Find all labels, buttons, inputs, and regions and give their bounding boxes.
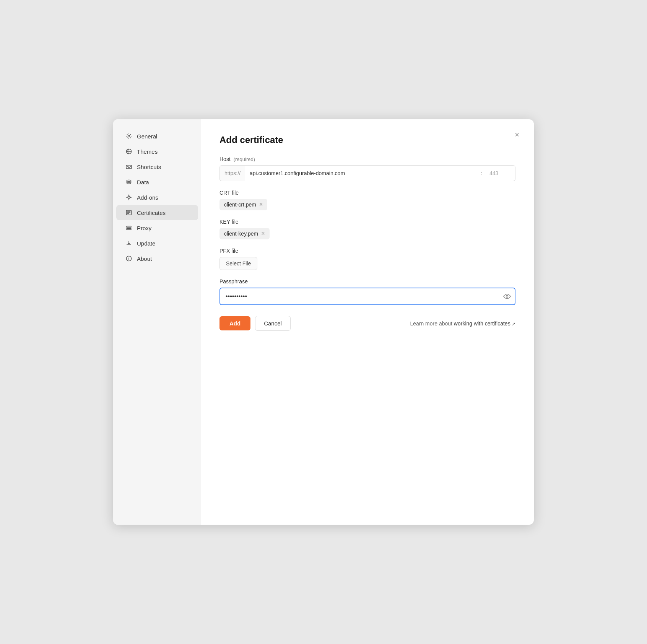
- svg-point-17: [506, 296, 508, 298]
- layers-icon: [125, 224, 132, 231]
- sidebar: General Themes: [113, 119, 201, 525]
- info-circle-icon: [125, 255, 132, 262]
- key-file-tag: client-key.pem ×: [219, 228, 270, 239]
- sidebar-item-update[interactable]: Update: [116, 236, 198, 251]
- sidebar-item-label: Data: [137, 179, 149, 185]
- sidebar-item-general[interactable]: General: [116, 128, 198, 144]
- sidebar-item-label: General: [137, 133, 157, 140]
- crt-filename: client-crt.pem: [224, 202, 256, 208]
- svg-rect-2: [126, 165, 132, 169]
- sidebar-item-label: Add-ons: [137, 194, 158, 201]
- close-button[interactable]: ×: [511, 128, 523, 141]
- learn-more-link[interactable]: working with certificates: [454, 320, 515, 327]
- gear-icon: [125, 133, 132, 140]
- svg-point-7: [127, 180, 131, 182]
- certificates-icon: [125, 209, 132, 216]
- eye-icon: [503, 293, 511, 300]
- action-row: Add Cancel Learn more about working with…: [219, 316, 515, 331]
- svg-rect-12: [127, 226, 131, 228]
- learn-more-text: Learn more about working with certificat…: [410, 320, 515, 327]
- app-window: General Themes: [113, 119, 534, 525]
- sidebar-item-proxy[interactable]: Proxy: [116, 220, 198, 236]
- toggle-passphrase-button[interactable]: [503, 293, 511, 300]
- crt-section: CRT file client-crt.pem ×: [219, 190, 515, 210]
- sidebar-item-label: Themes: [137, 148, 158, 155]
- sparkle-icon: [125, 194, 132, 201]
- svg-point-16: [129, 257, 129, 258]
- sidebar-item-themes[interactable]: Themes: [116, 144, 198, 159]
- themes-icon: [125, 148, 132, 155]
- download-icon: [125, 240, 132, 247]
- host-label: Host (required): [219, 156, 515, 162]
- host-separator: :: [479, 165, 485, 181]
- required-note: (required): [234, 156, 255, 162]
- crt-file-tag: client-crt.pem ×: [219, 199, 267, 210]
- svg-rect-13: [127, 229, 131, 230]
- pfx-label: PFX file: [219, 248, 515, 254]
- key-label: KEY file: [219, 219, 515, 225]
- passphrase-wrapper: [219, 288, 515, 305]
- host-row: https:// :: [219, 165, 515, 181]
- cancel-button[interactable]: Cancel: [255, 316, 291, 331]
- sidebar-item-certificates[interactable]: Certificates: [116, 205, 198, 220]
- crt-remove-button[interactable]: ×: [259, 202, 263, 208]
- sidebar-item-data[interactable]: Data: [116, 174, 198, 190]
- database-icon: [125, 179, 132, 185]
- sidebar-item-label: Proxy: [137, 225, 151, 231]
- sidebar-item-label: Certificates: [137, 210, 166, 216]
- sidebar-item-about[interactable]: About: [116, 251, 198, 266]
- passphrase-input[interactable]: [219, 288, 515, 305]
- passphrase-label: Passphrase: [219, 278, 515, 285]
- select-file-button[interactable]: Select File: [219, 257, 257, 270]
- host-input[interactable]: [245, 165, 479, 181]
- pfx-section: PFX file Select File: [219, 248, 515, 270]
- main-content: × Add certificate Host (required) https:…: [201, 119, 534, 525]
- key-filename: client-key.pem: [224, 231, 258, 237]
- sidebar-item-label: About: [137, 255, 152, 262]
- sidebar-item-shortcuts[interactable]: Shortcuts: [116, 159, 198, 174]
- host-prefix: https://: [219, 165, 245, 181]
- svg-point-0: [128, 135, 130, 137]
- port-input[interactable]: [485, 165, 515, 181]
- page-title: Add certificate: [219, 135, 515, 145]
- crt-label: CRT file: [219, 190, 515, 196]
- keyboard-icon: [125, 163, 132, 170]
- host-section: Host (required) https:// :: [219, 156, 515, 181]
- add-button[interactable]: Add: [219, 316, 250, 330]
- key-remove-button[interactable]: ×: [261, 231, 265, 237]
- sidebar-item-label: Update: [137, 240, 155, 247]
- passphrase-section: Passphrase: [219, 278, 515, 305]
- sidebar-item-label: Shortcuts: [137, 164, 161, 170]
- key-section: KEY file client-key.pem ×: [219, 219, 515, 239]
- sidebar-item-addons[interactable]: Add-ons: [116, 190, 198, 205]
